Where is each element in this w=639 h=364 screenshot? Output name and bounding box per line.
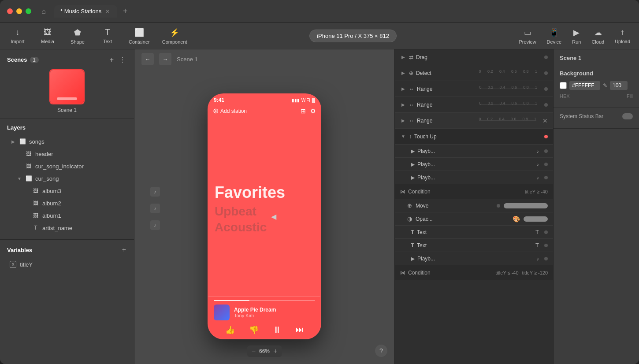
canvas-content[interactable]: ♪ ♪ ♪ 9:41: [134, 69, 394, 364]
expand-left-arrow[interactable]: ◀: [271, 212, 276, 221]
background-labels-row: HEX Fill: [560, 93, 633, 99]
add-scene-button[interactable]: +: [109, 55, 115, 65]
variable-titleY[interactable]: X titleY: [7, 259, 127, 270]
music-icon-3: ♪: [537, 175, 539, 180]
variables-section: Variables + X titleY: [0, 240, 134, 275]
scenes-header: Scenes 1 + ⋮: [7, 55, 127, 65]
preview-button[interactable]: ▭ Preview: [519, 28, 536, 45]
thumbs-down-button[interactable]: 👎: [249, 325, 259, 335]
playback-row-3[interactable]: ▶ Playb... ♪: [395, 171, 553, 184]
interactions-panel: ▶ ⇄ Drag ▶ ⊕ Detect 00.20.40.60.81: [394, 49, 553, 364]
tab-close-button[interactable]: ✕: [104, 8, 111, 15]
playback-label-4: Playb...: [417, 256, 534, 262]
scenes-menu-button[interactable]: ⋮: [118, 55, 127, 65]
prev-scene-button[interactable]: ←: [141, 53, 154, 65]
opacity-input[interactable]: [610, 81, 628, 90]
layer-cur-song[interactable]: ▼ ⬜ cur_song: [7, 172, 127, 185]
device-button[interactable]: 📱 Device: [547, 28, 562, 45]
cloud-button[interactable]: ☁ Cloud: [591, 28, 604, 45]
text-icon-1: T: [411, 229, 414, 235]
scene-thumbnail[interactable]: [49, 69, 85, 104]
layer-cur-song-indicator[interactable]: 🖼 cur_song_indicator: [7, 160, 127, 172]
pause-button[interactable]: ⏸: [273, 325, 282, 335]
shape-button[interactable]: ⬟ Shape: [69, 28, 86, 45]
status-time: 9:41: [214, 97, 224, 103]
skip-button[interactable]: ⏭: [296, 325, 304, 334]
container-button[interactable]: ⬜ Container: [129, 28, 150, 45]
expand-songs-icon[interactable]: ▶: [10, 138, 17, 145]
drag-expand[interactable]: ▶: [400, 54, 406, 60]
layer-album2[interactable]: 🖼 album2: [7, 197, 127, 209]
scene-name: Scene 1: [57, 107, 77, 113]
scene-item[interactable]: Scene 1: [7, 69, 127, 113]
detect-row[interactable]: ▶ ⊕ Detect 00.20.40.60.81: [395, 65, 553, 81]
condition2-icon: ⋈: [400, 270, 405, 276]
playback-row-4[interactable]: ▶ Playb... ♪: [395, 252, 553, 265]
playback-row-1[interactable]: ▶ Playb... ♪: [395, 145, 553, 158]
move-row[interactable]: ⊕ Move: [395, 199, 553, 212]
range2-expand[interactable]: ▶: [400, 102, 406, 108]
track-info: Apple Pie Dream Tony Kim: [234, 307, 315, 318]
range-row-2[interactable]: ▶ ↔ Range 00.20.40.60.81: [395, 97, 553, 113]
zoom-out-button[interactable]: −: [252, 347, 256, 355]
condition-row-2[interactable]: ⋈ Condition titleY ≤ -40 titleY ≥ -120: [395, 265, 553, 280]
expand-cur-song-icon[interactable]: ▼: [16, 175, 23, 182]
range3-x-icon[interactable]: ✕: [542, 117, 548, 124]
hex-input[interactable]: [569, 81, 600, 90]
settings-icon[interactable]: ⚙: [310, 108, 316, 115]
text-row-2[interactable]: T Text T: [395, 239, 553, 252]
layer-album3[interactable]: 🖼 album3: [7, 185, 127, 197]
import-button[interactable]: ↓ Import: [9, 28, 26, 44]
properties-scene-label: Scene 1: [554, 49, 639, 65]
component-button[interactable]: ⚡ Component: [162, 28, 187, 45]
edit-icon[interactable]: ✎: [603, 82, 607, 89]
layer-artist-name[interactable]: T artist_name: [7, 222, 127, 234]
playback-row-2[interactable]: ▶ Playb... ♪: [395, 158, 553, 171]
container-label: Container: [129, 39, 150, 45]
tab-music-stations[interactable]: * Music Stations ✕: [54, 5, 117, 18]
thumbs-up-button[interactable]: 👍: [225, 325, 235, 335]
opacity-row[interactable]: ◑ Opac... 🎨: [395, 212, 553, 226]
next-scene-button[interactable]: →: [159, 53, 171, 65]
text-button[interactable]: T Text: [99, 28, 116, 44]
layer-album1[interactable]: 🖼 album1: [7, 209, 127, 222]
device-selector[interactable]: iPhone 11 Pro / X 375 × 812: [309, 30, 397, 42]
color-swatch[interactable]: [560, 82, 567, 89]
drag-row[interactable]: ▶ ⇄ Drag: [395, 49, 553, 65]
layer-songs[interactable]: ▶ ⬜ songs: [7, 135, 127, 148]
zoom-in-button[interactable]: +: [273, 347, 277, 355]
condition1-val: titleY ≥ -40: [525, 189, 548, 194]
favorites-title: Favorites: [208, 178, 320, 204]
new-tab-button[interactable]: +: [119, 5, 131, 18]
media-button[interactable]: 🖼 Media: [39, 28, 56, 44]
grid-icon[interactable]: ⊞: [301, 108, 306, 115]
detect-expand[interactable]: ▶: [400, 70, 406, 76]
range1-expand[interactable]: ▶: [400, 86, 406, 92]
range-row-3[interactable]: ▶ ↔ Range 00.20.40.60.81 ✕: [395, 113, 553, 129]
upload-button[interactable]: ↑ Upload: [615, 28, 630, 44]
touch-up-collapse[interactable]: ▼: [400, 134, 406, 140]
run-button[interactable]: ▶ Run: [572, 28, 581, 45]
add-station-button[interactable]: ⊕ Add station: [213, 107, 247, 115]
layer-header[interactable]: 🖼 header: [7, 148, 127, 160]
track-title: Apple Pie Dream: [234, 307, 315, 313]
import-label: Import: [11, 39, 24, 44]
text-row-1[interactable]: T Text T: [395, 226, 553, 239]
range3-expand[interactable]: ▶: [400, 118, 406, 124]
player-controls: 👍 👎 ⏸ ⏭: [214, 325, 315, 335]
range-row-1[interactable]: ▶ ↔ Range 00.20.40.60.81: [395, 81, 553, 97]
close-button[interactable]: [7, 8, 13, 14]
system-status-bar-toggle[interactable]: [622, 113, 633, 119]
text-label-2: Text: [417, 242, 533, 249]
add-variable-button[interactable]: +: [121, 245, 127, 255]
music-note-3: ♪: [150, 220, 160, 230]
add-station-label: Add station: [220, 108, 247, 114]
layers-section: Layers ▶ ⬜ songs 🖼 header 🖼 cur_: [0, 119, 134, 240]
condition-row-1[interactable]: ⋈ Condition titleY ≥ -40: [395, 184, 553, 199]
maximize-button[interactable]: [26, 8, 31, 14]
minimize-button[interactable]: [16, 8, 22, 14]
text-icon-2: T: [411, 242, 414, 249]
help-button[interactable]: ?: [375, 345, 387, 357]
touch-up-row[interactable]: ▼ ↑ Touch Up: [395, 129, 553, 145]
home-icon[interactable]: ⌂: [38, 6, 49, 17]
